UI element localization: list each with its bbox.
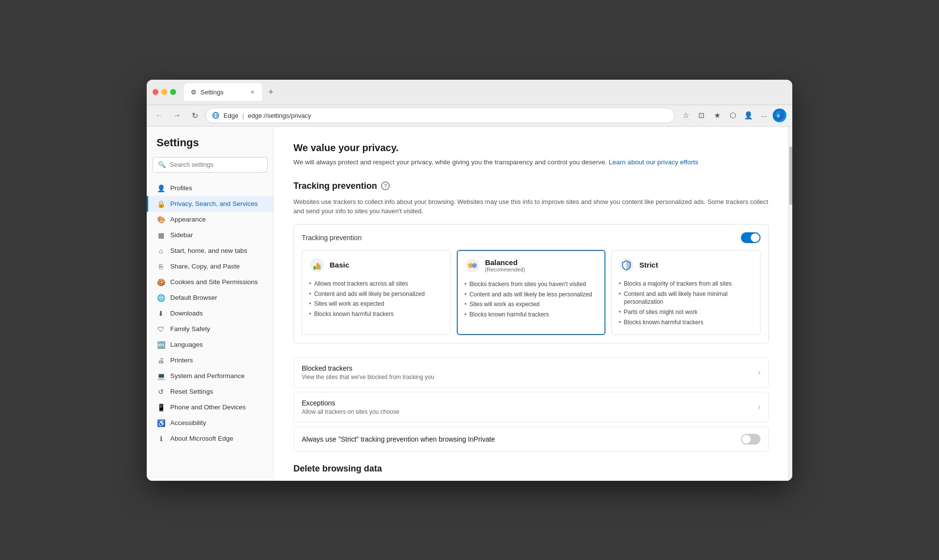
section-header: Tracking prevention ? xyxy=(293,181,769,191)
nav-icon-profiles: 👤 xyxy=(156,184,165,193)
nav-icon-family-safety: 🛡 xyxy=(156,325,165,334)
tracking-toggle[interactable] xyxy=(741,232,760,243)
search-icon: 🔍 xyxy=(158,161,166,168)
sidebar-item-reset[interactable]: ↺ Reset Settings xyxy=(147,384,273,400)
new-tab-button[interactable]: + xyxy=(264,85,278,99)
sidebar-item-cookies[interactable]: 🍪 Cookies and Site Permissions xyxy=(147,274,273,290)
sidebar-item-downloads[interactable]: ⬇ Downloads xyxy=(147,306,273,321)
manage-data-link[interactable]: Manage your data xyxy=(561,480,613,481)
minimize-button[interactable] xyxy=(161,89,167,95)
close-button[interactable] xyxy=(153,89,158,95)
nav-icon-reset: ↺ xyxy=(156,387,165,396)
nav-label-reset: Reset Settings xyxy=(170,388,213,395)
sidebar-item-share-copy[interactable]: ⎘ Share, Copy, and Paste xyxy=(147,259,273,274)
sidebar-item-family-safety[interactable]: 🛡 Family Safety xyxy=(147,321,273,337)
nav-label-languages: Languages xyxy=(170,341,203,348)
settings-tab[interactable]: ⚙ Settings ✕ xyxy=(184,83,262,101)
option-bullets-balanced: Blocks trackers from sites you haven't v… xyxy=(465,279,598,320)
nav-label-share-copy: Share, Copy, and Paste xyxy=(170,263,240,270)
more-menu-icon[interactable]: ··· xyxy=(757,109,771,122)
sidebar-item-profiles[interactable]: 👤 Profiles xyxy=(147,180,273,196)
search-settings-input[interactable] xyxy=(170,161,262,168)
settings-heading: Settings xyxy=(147,136,273,157)
nav-icon-default-browser: 🌐 xyxy=(156,293,165,302)
option-bullet: Blocks known harmful trackers xyxy=(619,317,753,328)
sidebar-item-phone[interactable]: 📱 Phone and Other Devices xyxy=(147,400,273,415)
help-icon[interactable]: ? xyxy=(381,181,390,190)
sidebar-item-accessibility[interactable]: ♿ Accessibility xyxy=(147,415,273,431)
address-site: Edge xyxy=(224,112,238,119)
option-name-strict: Strict xyxy=(639,261,658,269)
chevron-right-icon: › xyxy=(758,368,760,376)
nav-label-about: About Microsoft Edge xyxy=(170,435,233,442)
sidebar-item-languages[interactable]: 🔤 Languages xyxy=(147,337,273,353)
sidebar-item-default-browser[interactable]: 🌐 Default Browser xyxy=(147,290,273,306)
privacy-title: We value your privacy. xyxy=(293,142,769,154)
option-bullet: Content and ads will likely be personali… xyxy=(309,289,444,299)
sidebar-item-privacy[interactable]: 🔒 Privacy, Search, and Services xyxy=(147,196,273,212)
sidebar-item-sidebar[interactable]: ▦ Sidebar xyxy=(147,227,273,243)
favorites-icon[interactable]: ★ xyxy=(710,109,724,122)
option-bullet: Blocks known harmful trackers xyxy=(309,309,444,319)
tracking-section-title: Tracking prevention xyxy=(293,181,377,191)
tab-close-button[interactable]: ✕ xyxy=(248,88,256,96)
option-bullet: Parts of sites might not work xyxy=(619,307,753,317)
browser-window: ⚙ Settings ✕ + ← → ↻ Edge | edge://setti… xyxy=(147,80,792,481)
nav-icon-sidebar: ▦ xyxy=(156,231,165,240)
exceptions-title: Exceptions xyxy=(302,399,399,407)
nav-icon-share-copy: ⎘ xyxy=(156,262,165,271)
sidebar-item-printers[interactable]: 🖨 Printers xyxy=(147,353,273,368)
exceptions-item[interactable]: Exceptions Allow all trackers on sites y… xyxy=(293,392,769,423)
search-settings-box[interactable]: 🔍 xyxy=(153,157,268,173)
site-icon xyxy=(212,112,220,119)
nav-label-cookies: Cookies and Site Permissions xyxy=(170,278,258,286)
option-icon-basic xyxy=(309,257,325,273)
privacy-link[interactable]: Learn about our privacy efforts xyxy=(609,158,698,166)
sidebar-item-system[interactable]: 💻 System and Performance xyxy=(147,368,273,384)
split-screen-icon[interactable]: ⊡ xyxy=(694,109,708,122)
nav-label-default-browser: Default Browser xyxy=(170,294,217,301)
option-bullet: Allows most trackers across all sites xyxy=(309,279,444,289)
tracking-card-title: Tracking prevention xyxy=(302,234,361,242)
nav-label-printers: Printers xyxy=(170,357,193,364)
scrollbar[interactable] xyxy=(788,127,792,481)
nav-label-privacy: Privacy, Search, and Services xyxy=(170,200,258,207)
tracking-option-balanced[interactable]: Balanced (Recommended) Blocks trackers f… xyxy=(457,250,606,335)
tracking-section: Tracking prevention ? Websites use track… xyxy=(293,181,769,452)
profile-icon[interactable]: 👤 xyxy=(741,109,755,122)
sidebar-item-start-home[interactable]: ⌂ Start, home, and new tabs xyxy=(147,243,273,259)
blocked-trackers-sub: View the sites that we've blocked from t… xyxy=(302,374,434,381)
nav-icon-downloads: ⬇ xyxy=(156,309,165,318)
nav-icon-about: ℹ xyxy=(156,434,165,443)
traffic-lights xyxy=(153,89,176,95)
tracking-option-strict[interactable]: Strict Blocks a majority of trackers fro… xyxy=(611,250,760,335)
option-bullet: Blocks known harmful trackers xyxy=(465,310,598,320)
nav-icon-system: 💻 xyxy=(156,372,165,381)
nav-icon-privacy: 🔒 xyxy=(156,200,165,208)
blocked-trackers-item[interactable]: Blocked trackers View the sites that we'… xyxy=(293,357,769,388)
delete-desc: This includes history, passwords, cookie… xyxy=(293,479,769,481)
wallet-icon[interactable]: ⬡ xyxy=(726,109,739,122)
option-bullets-strict: Blocks a majority of trackers from all s… xyxy=(619,279,753,328)
sidebar-item-about[interactable]: ℹ About Microsoft Edge xyxy=(147,431,273,447)
tab-bar: ⚙ Settings ✕ + xyxy=(184,83,782,101)
option-bullet: Content and ads will likely have minimal… xyxy=(619,289,753,308)
sidebar-item-appearance[interactable]: 🎨 Appearance xyxy=(147,212,273,227)
option-bullet: Content and ads will likely be less pers… xyxy=(465,290,598,300)
forward-button[interactable]: → xyxy=(170,109,184,122)
maximize-button[interactable] xyxy=(170,89,176,95)
nav-icon-languages: 🔤 xyxy=(156,340,165,349)
nav-icon-accessibility: ♿ xyxy=(156,419,165,427)
tracking-section-desc: Websites use trackers to collect info ab… xyxy=(293,197,769,216)
privacy-desc: We will always protect and respect your … xyxy=(293,157,769,167)
star-icon[interactable]: ☆ xyxy=(679,109,693,122)
refresh-button[interactable]: ↻ xyxy=(188,109,201,122)
inprivate-toggle[interactable] xyxy=(741,434,760,445)
option-sub-balanced: (Recommended) xyxy=(485,267,525,272)
tracking-option-basic[interactable]: Basic Allows most trackers across all si… xyxy=(302,250,451,335)
nav-items: 👤 Profiles 🔒 Privacy, Search, and Servic… xyxy=(147,180,273,447)
option-icon-strict xyxy=(619,257,634,273)
back-button[interactable]: ← xyxy=(153,109,166,122)
svg-rect-6 xyxy=(313,266,316,269)
address-bar[interactable]: Edge | edge://settings/privacy xyxy=(205,108,675,123)
